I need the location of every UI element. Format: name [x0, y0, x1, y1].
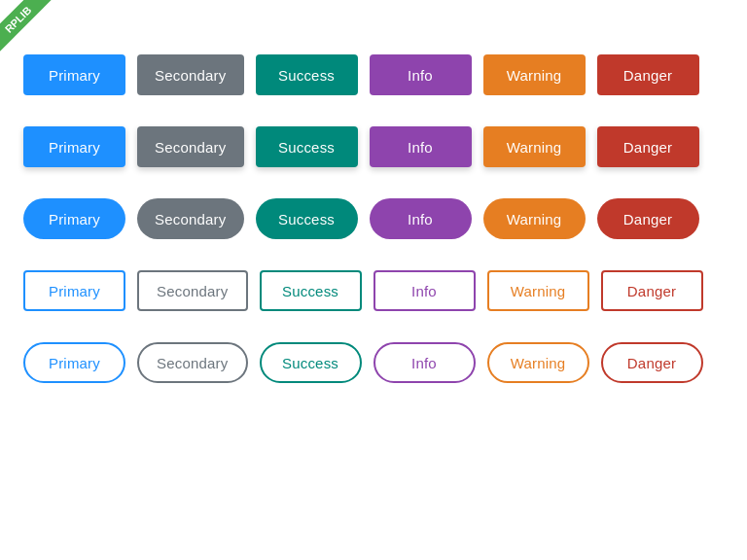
- button-row-pill-outlined: Primary Secondary Success Info Warning D…: [23, 327, 724, 399]
- btn-pill-outline-warning[interactable]: Warning: [487, 342, 589, 383]
- btn-pill-outline-primary[interactable]: Primary: [23, 342, 125, 383]
- btn-pill-outline-success[interactable]: Success: [260, 342, 362, 383]
- btn-shadow-danger[interactable]: Danger: [597, 126, 699, 167]
- btn-shadow-primary[interactable]: Primary: [23, 126, 125, 167]
- btn-outline-info[interactable]: Info: [374, 270, 476, 311]
- corner-badge: RPLIB: [0, 0, 70, 70]
- button-row-flat: Primary Secondary Success Info Warning D…: [23, 39, 724, 111]
- btn-pill-danger[interactable]: Danger: [597, 198, 699, 239]
- btn-pill-success[interactable]: Success: [256, 198, 358, 239]
- btn-flat-danger[interactable]: Danger: [597, 54, 699, 95]
- btn-outline-secondary[interactable]: Secondary: [137, 270, 248, 311]
- btn-pill-secondary[interactable]: Secondary: [137, 198, 244, 239]
- button-row-outlined: Primary Secondary Success Info Warning D…: [23, 255, 724, 327]
- btn-shadow-info[interactable]: Info: [370, 126, 472, 167]
- btn-shadow-success[interactable]: Success: [256, 126, 358, 167]
- btn-flat-success[interactable]: Success: [256, 54, 358, 95]
- btn-flat-info[interactable]: Info: [370, 54, 472, 95]
- button-row-shadow: Primary Secondary Success Info Warning D…: [23, 111, 724, 183]
- btn-outline-primary[interactable]: Primary: [23, 270, 125, 311]
- button-row-pill-filled: Primary Secondary Success Info Warning D…: [23, 183, 724, 255]
- btn-pill-outline-danger[interactable]: Danger: [601, 342, 703, 383]
- btn-flat-secondary[interactable]: Secondary: [137, 54, 244, 95]
- btn-pill-warning[interactable]: Warning: [483, 198, 586, 239]
- button-showcase: Primary Secondary Success Info Warning D…: [0, 0, 747, 418]
- btn-shadow-warning[interactable]: Warning: [483, 126, 586, 167]
- btn-pill-outline-secondary[interactable]: Secondary: [137, 342, 248, 383]
- btn-shadow-secondary[interactable]: Secondary: [137, 126, 244, 167]
- btn-outline-danger[interactable]: Danger: [601, 270, 703, 311]
- btn-flat-warning[interactable]: Warning: [483, 54, 586, 95]
- btn-outline-warning[interactable]: Warning: [487, 270, 589, 311]
- btn-outline-success[interactable]: Success: [260, 270, 362, 311]
- btn-pill-primary[interactable]: Primary: [23, 198, 125, 239]
- btn-pill-outline-info[interactable]: Info: [374, 342, 476, 383]
- btn-pill-info[interactable]: Info: [370, 198, 472, 239]
- badge-label: RPLIB: [0, 0, 52, 52]
